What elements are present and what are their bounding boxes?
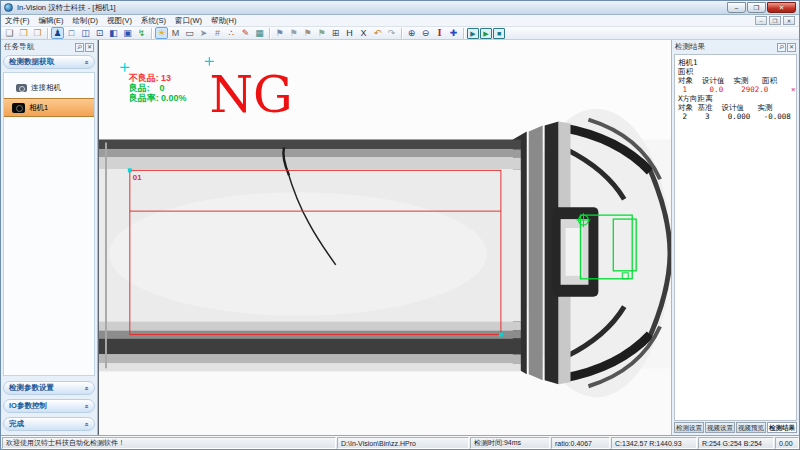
result-tab[interactable]: 检测设置 [674,422,704,433]
toolbar-separator [401,28,402,39]
status-cursor-pos: C:1342.57 R:1440.93 [611,437,697,449]
acquisition-section-body: 连接相机 相机1 [3,72,95,376]
pin-icon[interactable]: ⚲ [75,43,84,52]
toolbar-separator [463,28,464,39]
result-line: 面积 [678,67,796,76]
toolbar-separator [269,28,270,39]
run-button[interactable]: ▶ [480,28,492,39]
image-icon[interactable]: ▦ [253,27,266,39]
user-icon[interactable]: ♟ [51,27,64,39]
layout-split-icon[interactable]: ◫ [79,27,92,39]
roi-grid-icon[interactable]: ⊞ [329,27,342,39]
camera-view[interactable]: 01 不良品: 13 [98,40,671,435]
collapse-chevron-icon[interactable]: » [84,404,91,408]
inspection-image: 01 不良品: 13 [99,40,671,435]
layout-single-icon[interactable]: □ [65,27,78,39]
layout-dot-icon[interactable]: ⊡ [93,27,106,39]
window-controls: – ❐ ✕ [727,2,796,13]
open-project-icon[interactable]: ❐ [31,27,44,39]
ng-verdict-text: NG [209,66,292,124]
child-window-controls: –❐✕ [755,16,795,25]
section-IO参数控制[interactable]: IO参数控制» [3,399,95,413]
result-tab[interactable]: 视频设置 [705,422,735,433]
menu-item[interactable]: 系统(S) [141,16,166,26]
section-label: 检测参数设置 [9,383,54,393]
collapse-chevron-icon[interactable]: » [84,422,91,426]
section-data-acquisition[interactable]: 检测数据获取 » [3,55,95,69]
title-bar: In-Vision 汉特士科技 - [相机1] – ❐ ✕ [1,1,799,15]
zoom-in-icon[interactable]: ⊕ [405,27,418,39]
zoom-out-icon[interactable]: ⊖ [419,27,432,39]
measure-m-icon[interactable]: M [169,27,182,39]
fit-x-icon[interactable]: X [357,27,370,39]
status-rgb: R:254 G:254 B:254 [698,437,774,449]
menu-item[interactable]: 视图(V) [107,16,132,26]
toolbar-separator [47,28,48,39]
stat-bad-count: 不良品: 13 [128,73,171,83]
result-line: 对象 设计值 实测 面积 [678,76,796,85]
app-logo-icon [4,3,13,12]
child-minimize-button[interactable]: – [755,16,767,25]
app-window: In-Vision 汉特士科技 - [相机1] – ❐ ✕ 文件(F)编辑(E)… [0,0,800,450]
layout-grid-icon[interactable]: ▣ [121,27,134,39]
collapse-chevron-icon[interactable]: » [84,60,91,64]
run-once-button[interactable]: ▶ [467,28,479,39]
fit-horizontal-icon[interactable]: H [343,27,356,39]
menu-bar: 文件(F)编辑(E)绘制(D)视图(V)系统(S)窗口(W)帮助(H) –❐✕ [1,15,799,27]
flag-step2-icon[interactable]: ⚑ [287,27,300,39]
result-line: 相机1 [678,58,796,67]
open-folder-icon[interactable]: ❒ [17,27,30,39]
brush-icon[interactable]: ✎ [239,27,252,39]
move-icon[interactable]: ✚ [447,27,460,39]
trigger-icon[interactable]: ↯ [135,27,148,39]
section-检测参数设置[interactable]: 检测参数设置» [3,381,95,395]
section-完成[interactable]: 完成» [3,417,95,431]
ruler-icon[interactable]: I [433,27,446,39]
flag-step1-icon[interactable]: ⚑ [273,27,286,39]
stat-yield-rate: 良品率: 0.00% [129,93,187,103]
grid-icon[interactable]: # [211,27,224,39]
close-icon[interactable]: ✕ [787,43,796,52]
light-source-icon[interactable]: ☀ [155,27,168,39]
status-extra: 0.00 [775,437,799,449]
pin-icon[interactable]: ⚲ [777,43,786,52]
toolbar: ❏❒❐♟□◫⊡◧▣↯☀M▭➤#∴✎▦⚑⚑⚑⚑⊞HX↶↷⊕⊖I✚▶▶■ [1,27,799,40]
camera1-label: 相机1 [29,103,48,113]
menu-item[interactable]: 文件(F) [5,16,30,26]
restore-button[interactable]: ❐ [747,2,766,13]
status-file-path: D:\In-Vision\Bin\zz.HPro [337,437,469,449]
child-close-button[interactable]: ✕ [783,16,795,25]
connect-camera-item[interactable]: 连接相机 [4,80,94,96]
monitor-icon[interactable]: ▭ [183,27,196,39]
task-panel-title: 任务导航 [4,42,34,52]
minimize-button[interactable]: – [727,2,746,13]
status-welcome: 欢迎使用汉特士科技自动化检测软件！ [2,437,336,449]
menu-item[interactable]: 编辑(E) [39,16,64,26]
camera1-item[interactable]: 相机1 [4,98,94,117]
child-restore-button[interactable]: ❐ [769,16,781,25]
redo-icon[interactable]: ↷ [385,27,398,39]
menu-bar-items: 文件(F)编辑(E)绘制(D)视图(V)系统(S)窗口(W)帮助(H) [5,16,237,26]
collapse-chevron-icon[interactable]: » [84,386,91,390]
flag-step3-icon[interactable]: ⚑ [301,27,314,39]
roi-region-label: 01 [133,173,142,182]
spray-icon[interactable]: ∴ [225,27,238,39]
camera-icon [12,103,25,113]
undo-icon[interactable]: ↶ [371,27,384,39]
close-button[interactable]: ✕ [767,2,796,13]
layout-half-icon[interactable]: ◧ [107,27,120,39]
pointer-icon[interactable]: ➤ [197,27,210,39]
result-tab[interactable]: 检测结果 [767,422,797,433]
result-list[interactable]: 相机1面积对象 设计值 实测 面积 1 0.0 2902.0 ×X方向距离对象 … [674,54,797,421]
stop-button[interactable]: ■ [493,28,505,39]
flag-step4-icon[interactable]: ⚑ [315,27,328,39]
result-panel-header: 检测结果 ⚲ ✕ [674,41,797,53]
new-file-icon[interactable]: ❏ [3,27,16,39]
result-tab[interactable]: 视频预览 [736,422,766,433]
window-title: In-Vision 汉特士科技 - [相机1] [17,3,116,13]
menu-item[interactable]: 帮助(H) [211,16,236,26]
menu-item[interactable]: 窗口(W) [175,16,202,26]
close-icon[interactable]: ✕ [85,43,94,52]
result-line: 2 3 0.000 -0.008 [678,112,796,121]
menu-item[interactable]: 绘制(D) [73,16,98,26]
